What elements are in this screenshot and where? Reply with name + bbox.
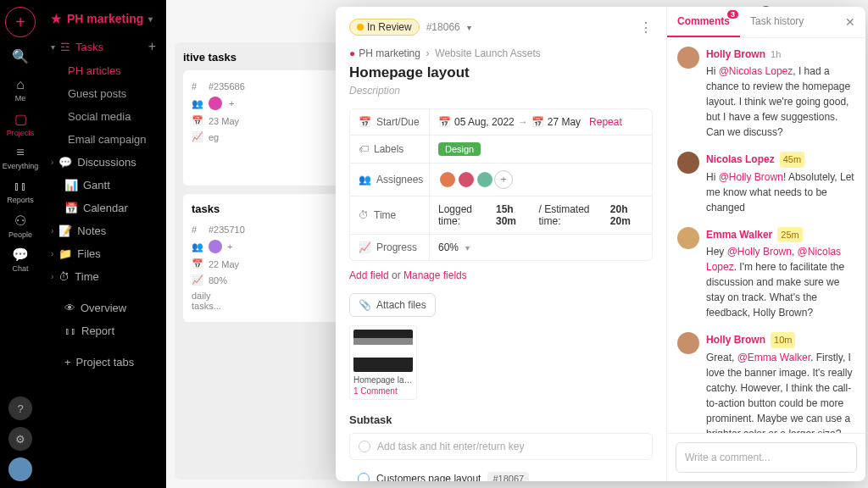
sidebar-time[interactable]: ›⏱Time	[41, 265, 166, 288]
rail-chat[interactable]: 💬Chat	[5, 244, 36, 274]
attachment-thumb[interactable]: Homepage layo... 1 Comment	[349, 325, 417, 400]
sidebar-item[interactable]: Email campaign	[41, 128, 166, 151]
comment-input-area: Write a comment...	[667, 433, 865, 481]
sidebar-tasks[interactable]: ▾☲Tasks+	[41, 34, 166, 59]
sidebar-project-tabs[interactable]: +Project tabs	[41, 351, 166, 374]
project-title[interactable]: ★PH marketing▾	[41, 8, 166, 34]
nav-rail: + 🔍 ⌂Me ▢Projects ≡Everything ⫾⫾Reports …	[0, 0, 41, 488]
thumbnail-image	[353, 330, 413, 372]
comment-author[interactable]: Holly Brown	[706, 47, 765, 62]
comment-text: Hi @Nicolas Lopez, I had a chance to rev…	[706, 64, 855, 140]
task-meta-table: 📅Start/Due 📅05 Aug, 2022→📅27 MayRepeat 🏷…	[349, 108, 653, 261]
comment-avatar[interactable]	[677, 152, 699, 174]
comment-avatar[interactable]	[677, 47, 699, 69]
comment-author[interactable]: Nicolas Lopez	[706, 152, 775, 167]
paperclip-icon: 📎	[359, 299, 371, 311]
rail-projects[interactable]: ▢Projects	[5, 108, 36, 139]
calendar-icon: 📅	[359, 116, 371, 128]
task-id: #18066	[426, 21, 460, 33]
comment: Holly Brown10mGreat, @Emma Walker. First…	[677, 332, 855, 433]
chevron-down-icon[interactable]: ▾	[467, 23, 471, 32]
task-details: In Review #18066 ▾ ⋮ ●PH marketing › Web…	[336, 7, 666, 481]
search-button[interactable]: 🔍	[5, 41, 36, 71]
chevron-down-icon: ▾	[465, 243, 470, 252]
attach-files-button[interactable]: 📎Attach files	[349, 293, 436, 317]
sidebar-calendar[interactable]: 📅Calendar	[41, 197, 166, 219]
add-task-icon[interactable]: +	[148, 39, 156, 54]
settings-button[interactable]: ⚙	[8, 427, 32, 451]
subtask-input[interactable]: Add task and hit enter/return key	[349, 433, 653, 460]
comment: Holly Brown1hHi @Nicolas Lopez, I had a …	[677, 47, 855, 140]
chart-icon: 📈	[359, 241, 371, 253]
add-assignee-button[interactable]: +	[494, 170, 513, 189]
sidebar-item[interactable]: Guest posts	[41, 82, 166, 105]
add-field-link[interactable]: Add field	[349, 269, 389, 281]
chevron-down-icon: ▾	[148, 14, 153, 24]
comments-panel: Comments3 Task history ✕ Holly Brown1hHi…	[666, 7, 865, 481]
status-chip[interactable]: In Review	[349, 19, 420, 36]
tab-history[interactable]: Task history	[740, 7, 814, 37]
comment-avatar[interactable]	[677, 332, 699, 354]
manage-fields-link[interactable]: Manage fields	[403, 269, 467, 281]
task-description[interactable]: Description	[349, 85, 653, 97]
sidebar: ★PH marketing▾ ▾☲Tasks+ PH articles Gues…	[41, 0, 166, 488]
time-value[interactable]: Logged time: 15h 30m / Estimated time: 2…	[430, 197, 652, 234]
help-button[interactable]: ?	[8, 396, 32, 420]
labels-value[interactable]: Design	[430, 136, 652, 163]
comment-author[interactable]: Holly Brown	[706, 332, 765, 347]
comment-text: Hi @Holly Brown! Absolutely, Let me know…	[706, 169, 855, 215]
sidebar-overview[interactable]: 👁Overview	[41, 297, 166, 319]
user-avatar[interactable]	[8, 458, 32, 481]
comment-time: 45m	[780, 152, 804, 168]
progress-value[interactable]: 60%▾	[430, 235, 652, 260]
add-button[interactable]: +	[5, 7, 36, 37]
comment-time: 10m	[771, 332, 795, 348]
star-icon: ★	[51, 12, 62, 25]
rail-me[interactable]: ⌂Me	[5, 75, 36, 105]
sidebar-gantt[interactable]: 📊Gantt	[41, 174, 166, 197]
comment-time: 1h	[771, 47, 781, 62]
main-content: + 👤1 ▼2 +5 ⋮ itive tasks ##235686 👥+ 📅23…	[166, 0, 868, 488]
rail-reports[interactable]: ⫾⫾Reports	[5, 176, 36, 207]
close-button[interactable]: ✕	[835, 7, 865, 37]
people-icon: 👥	[359, 174, 371, 186]
comment: Nicolas Lopez45mHi @Holly Brown! Absolut…	[677, 152, 855, 215]
breadcrumb[interactable]: ●PH marketing › Website Launch Assets	[349, 47, 653, 59]
subtask-heading: Subtask	[349, 413, 653, 426]
rail-people[interactable]: ⚇People	[5, 210, 36, 241]
more-icon[interactable]: ⋮	[639, 19, 653, 36]
sidebar-report[interactable]: ⫾⫾Report	[41, 319, 166, 342]
add-field-row: Add field or Manage fields	[349, 269, 653, 281]
comment-input[interactable]: Write a comment...	[676, 442, 857, 473]
subtask-row[interactable]: Customers page layout#18067	[349, 467, 653, 481]
tag-icon: 🏷	[359, 143, 369, 155]
task-title[interactable]: Homepage layout	[349, 64, 653, 81]
start-due-value[interactable]: 📅05 Aug, 2022→📅27 MayRepeat	[430, 109, 652, 135]
comment-text: Great, @Emma Walker. Firstly, I love the…	[706, 350, 855, 434]
rail-everything[interactable]: ≡Everything	[5, 142, 36, 173]
assignees-value[interactable]: +	[430, 164, 652, 196]
tab-comments[interactable]: Comments3	[667, 7, 740, 37]
comment: Emma Walker25mHey @Holly Brown, @Nicolas…	[677, 227, 855, 321]
task-modal: In Review #18066 ▾ ⋮ ●PH marketing › Web…	[336, 7, 865, 481]
comment-author[interactable]: Emma Walker	[706, 227, 772, 242]
sidebar-discussions[interactable]: ›💬Discussions	[41, 151, 166, 174]
comment-avatar[interactable]	[677, 227, 699, 249]
sidebar-notes[interactable]: ›📝Notes	[41, 219, 166, 242]
clock-icon: ⏱	[359, 209, 369, 221]
comment-text: Hey @Holly Brown, @Nicolas Lopez. I'm he…	[706, 244, 855, 320]
comment-time: 25m	[777, 227, 802, 243]
sidebar-item[interactable]: Social media	[41, 105, 166, 128]
sidebar-item[interactable]: PH articles	[41, 59, 166, 82]
sidebar-files[interactable]: ›📁Files	[41, 242, 166, 265]
